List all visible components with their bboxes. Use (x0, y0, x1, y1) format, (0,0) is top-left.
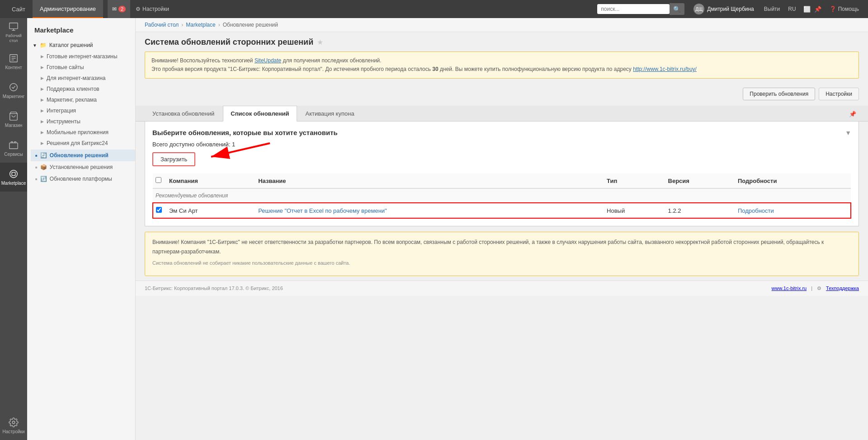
search-input[interactable] (597, 4, 670, 14)
breadcrumb-sep2: › (218, 22, 220, 28)
footer-support-link[interactable]: Техподдержка (826, 286, 859, 291)
svg-rect-10 (11, 141, 13, 143)
gear-icon: ⚙ (136, 6, 141, 12)
pin-icon[interactable]: 📌 (814, 6, 821, 13)
buy-link[interactable]: http://www.1c-bitrix.ru/buy/ (633, 66, 697, 72)
svg-rect-9 (9, 143, 18, 149)
footer-sep: | (811, 286, 812, 291)
top-icons: ⬜ 📌 (800, 0, 825, 18)
sidebar-label-content: Контент (5, 65, 22, 70)
sidebar-child-mobile[interactable]: ▶ Мобильные приложения (36, 127, 135, 138)
footer-copyright: 1С-Битрикс: Корпоративный портал 17.0.3.… (145, 286, 283, 291)
svg-rect-11 (14, 141, 16, 143)
days-count: 30 (432, 66, 438, 72)
sidebar-child-installed-solutions[interactable]: ■ 📦 Установленные решения (31, 161, 135, 173)
sidebar-child-bitrix24[interactable]: ▶ Решения для Битрикс24 (36, 138, 135, 149)
child-label: Готовые сайты (47, 64, 84, 70)
rec-section-label: Рекомендуемые обновления (153, 188, 851, 203)
site-tab[interactable]: Сайт (5, 0, 33, 18)
sidebar-label-marketplace: Marketplace (1, 181, 26, 186)
logout-button[interactable]: Выйти (760, 0, 785, 18)
warning-banner: Внимание! Воспользуйтесь технологией Sit… (145, 51, 859, 79)
sidebar-item-shop[interactable]: Магазин (0, 105, 27, 134)
breadcrumb-marketplace[interactable]: Marketplace (186, 22, 215, 28)
page-header: Система обновлений сторонних решений ★ (136, 32, 868, 51)
svg-point-7 (10, 83, 18, 91)
child-label: Готовые интернет-магазины (47, 53, 118, 60)
child-label: Установленные решения (50, 164, 113, 170)
folder-icon: 📁 (40, 42, 47, 48)
panel-title: Выберите обновления, которые вы хотите у… (152, 129, 338, 136)
catalog-children: ▶ Готовые интернет-магазины ▶ Готовые са… (36, 51, 135, 149)
breadcrumb-sep1: › (181, 22, 183, 28)
child-label: Решения для Битрикс24 (47, 140, 108, 146)
page-footer: 1С-Битрикс: Корпоративный портал 17.0.3.… (136, 281, 868, 296)
tab-install-updates[interactable]: Установка обновлений (145, 106, 222, 121)
solution-link[interactable]: Решение "Отчет в Excel по рабочему време… (258, 207, 387, 214)
row-type: Новый (604, 203, 665, 218)
sidebar-item-desktop[interactable]: Рабочийстол (0, 18, 27, 47)
row-checkbox[interactable] (156, 207, 162, 213)
update-platform-icon: 🔃 (40, 176, 47, 182)
updates-table: Компания Название Тип Версия Подробности… (152, 173, 851, 219)
sidebar-child-online-shops[interactable]: ▶ Готовые интернет-магазины (36, 51, 135, 62)
user-menu[interactable]: ДЩ Дмитрий Щербина (688, 0, 759, 18)
breadcrumb-desktop[interactable]: Рабочий стол (145, 22, 179, 28)
sidebar-child-update-solutions[interactable]: ■ 🔄 Обновление решений (31, 150, 135, 161)
update-solutions-icon: 🔄 (40, 152, 47, 159)
site-update-link[interactable]: SiteUpdate (255, 57, 281, 64)
main-layout: Рабочийстол Контент Маркетинг Магазин Се… (0, 18, 868, 440)
settings-nav-button[interactable]: ⚙ Настройки (130, 0, 175, 18)
search-button[interactable]: 🔍 (670, 3, 684, 15)
sidebar-parent-catalog[interactable]: ▼ 📁 Каталог решений (27, 39, 135, 51)
sidebar-label-settings2: Настройки (2, 429, 24, 434)
tabs-row: Установка обновлений Список обновлений А… (136, 106, 868, 122)
sidebar-child-ready-sites[interactable]: ▶ Готовые сайты (36, 62, 135, 73)
chevron-right-icon: ▶ (41, 76, 44, 80)
row-company: Эм Си Арт (166, 203, 255, 218)
sidebar-item-marketing[interactable]: Маркетинг (0, 76, 27, 105)
sidebar-child-integration[interactable]: ▶ Интеграция (36, 105, 135, 116)
footer-site-link[interactable]: www.1c-bitrix.ru (772, 286, 807, 291)
admin-tab[interactable]: Администрирование (33, 0, 103, 18)
help-icon: ❓ (830, 6, 836, 12)
sidebar-child-support[interactable]: ▶ Поддержка клиентов (36, 84, 135, 94)
rec-header-row: Рекомендуемые обновления (153, 188, 851, 203)
check-updates-button[interactable]: Проверить обновления (743, 88, 815, 100)
sidebar-child-for-shop[interactable]: ▶ Для интернет-магазина (36, 73, 135, 84)
load-button[interactable]: Загрузить (152, 152, 195, 166)
details-link[interactable]: Подробности (738, 207, 774, 214)
sidebar-item-content[interactable]: Контент (0, 47, 27, 76)
tab-pin-icon[interactable]: 📌 (846, 107, 859, 121)
bell-icon: ✉ (112, 6, 117, 12)
chevron-right-icon: ▶ (41, 108, 44, 113)
col-type: Тип (604, 173, 665, 188)
help-button[interactable]: ❓ Помощь (825, 0, 863, 18)
sidebar-section-catalog: ▼ 📁 Каталог решений ▶ Готовые интернет-м… (27, 39, 135, 149)
secondary-sidebar: Marketplace ▼ 📁 Каталог решений ▶ Готовы… (27, 18, 136, 440)
sidebar-child-marketing[interactable]: ▶ Маркетинг, реклама (36, 94, 135, 105)
avatar: ДЩ (693, 4, 704, 14)
chevron-right-icon: ▶ (41, 130, 44, 135)
row-details: Подробности (735, 203, 851, 218)
chevron-right-icon: ▶ (41, 87, 44, 91)
col-details: Подробности (735, 173, 851, 188)
fullscreen-icon[interactable]: ⬜ (803, 6, 811, 13)
sidebar-child-tools[interactable]: ▶ Инструменты (36, 116, 135, 127)
tab-updates-list[interactable]: Список обновлений (223, 106, 297, 122)
sidebar-item-marketplace[interactable]: Marketplace (0, 163, 27, 192)
settings-button[interactable]: Настройки (819, 88, 859, 100)
notif-badge: 2 (118, 6, 126, 12)
col-version: Версия (665, 173, 735, 188)
sidebar-child-update-platform[interactable]: ■ 🔃 Обновление платформы (31, 173, 135, 185)
chevron-right-icon: ▶ (41, 119, 44, 124)
child-label: Маркетинг, реклама (47, 97, 97, 103)
star-icon[interactable]: ★ (317, 38, 323, 47)
language-selector[interactable]: RU (784, 0, 799, 18)
notifications-button[interactable]: ✉ 2 (108, 0, 130, 18)
sidebar-item-settings2[interactable]: Настройки (0, 411, 27, 440)
select-all-checkbox[interactable] (156, 177, 161, 183)
sidebar-item-services[interactable]: Сервисы (0, 134, 27, 163)
collapse-icon[interactable]: ▼ (845, 129, 851, 136)
tab-activate-coupon[interactable]: Активация купона (298, 106, 362, 121)
